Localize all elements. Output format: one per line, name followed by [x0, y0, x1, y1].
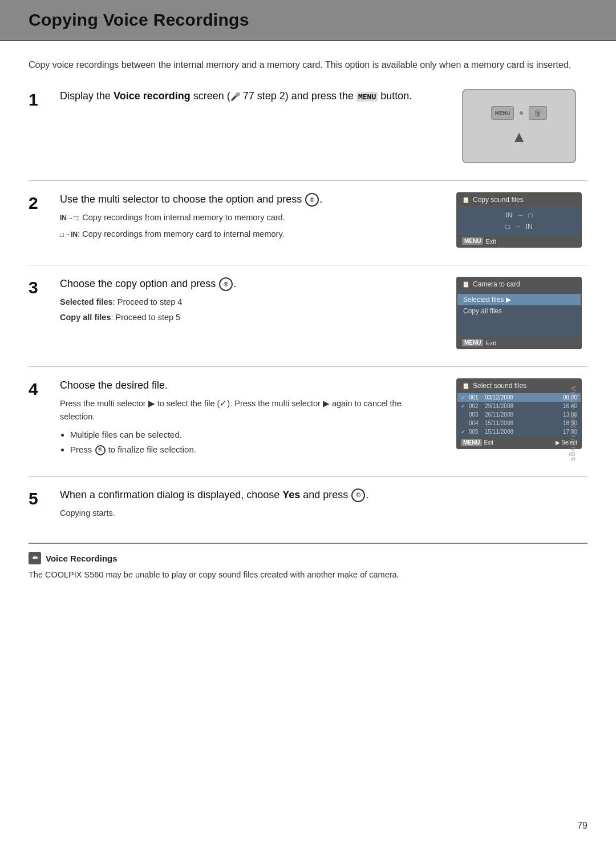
lcd-screen-4: 📋 Select sound files ✓ 001 03/12/2008 08… [456, 378, 582, 449]
page-title: Copying Voice Recordings [29, 10, 587, 30]
ok-symbol-2: ® [305, 193, 319, 207]
lcd-body-3: Selected files ▶ Copy all files [457, 290, 581, 337]
lcd-item-selected-files: Selected files ▶ [457, 294, 581, 305]
lcd-header-4: 📋 Select sound files [457, 379, 581, 392]
date-001: 03/12/2008 [485, 394, 563, 401]
step-1: 1 Display the Voice recording screen (🎤 … [29, 89, 587, 163]
step-2: 2 Use the multi selector to choose the o… [29, 192, 587, 248]
note-icon: ✏ [29, 552, 41, 564]
date-005: 15/11/2008 [485, 429, 563, 435]
lcd-row-sd-to-in: □ → IN [457, 221, 581, 232]
step-4-content: Choose the desired file. Press the multi… [60, 378, 433, 459]
arrow-up-indicator: ▲ [511, 128, 527, 146]
step-2-sub2: □→IN: Copy recordings from memory card t… [60, 228, 433, 241]
ok-symbol-4: ® [95, 445, 106, 455]
cam-dot1 [520, 111, 523, 115]
step-3-title: Choose the copy option and press ®. [60, 277, 433, 291]
select-arrow: ▶ [556, 439, 560, 446]
step-1-content: Display the Voice recording screen (🎤 77… [60, 89, 433, 163]
lcd-icon-2: 📋 [462, 196, 470, 204]
lcd-footer-left: MENU Exit [461, 439, 493, 446]
step-2-divider [29, 265, 587, 265]
check-005: ✓ [461, 429, 469, 435]
selected-files-label: Selected files [60, 297, 113, 306]
step-3-image: 📋 Camera to card Selected files ▶ Copy a… [451, 277, 587, 349]
num-005: 005 [469, 429, 485, 435]
lcd-file-001: ✓ 001 03/12/2008 08:00 [457, 393, 581, 402]
lcd-file-002: ✓ 002 29/11/2008 16:40 [457, 402, 581, 410]
note-title-text: Voice Recordings [46, 554, 117, 563]
step-1-title: Display the Voice recording screen (🎤 77… [60, 89, 433, 103]
lcd-body-2: IN → □ □ → IN [457, 206, 581, 236]
step-1-icon: 🎤 [230, 92, 240, 101]
check-002: ✓ [461, 403, 469, 409]
step-5-content: When a confirmation dialog is displayed,… [60, 488, 587, 520]
exit-label-4: Exit [484, 439, 493, 446]
check-001: ✓ [461, 394, 469, 401]
sd-to-in-icon: □→IN [60, 231, 78, 239]
num-001: 001 [469, 394, 485, 401]
step-2-sub1: IN→□: Copy recordings from internal memo… [60, 211, 433, 224]
menu-button-label: MENU [356, 92, 378, 102]
date-003: 26/11/2008 [485, 411, 563, 418]
lcd-screen-3: 📋 Camera to card Selected files ▶ Copy a… [456, 277, 582, 349]
step-3-sub: Selected files: Proceed to step 4 Copy a… [60, 296, 433, 324]
menu-label-3: MENU [462, 339, 483, 346]
arrow2: → [514, 223, 521, 231]
exit-label-2: Exit [485, 238, 496, 245]
menu-btn: MENU [491, 106, 514, 120]
lcd-title-4: Select sound files [473, 382, 526, 390]
lcd-footer-3: MENU Exit [457, 337, 581, 348]
step-5-number: 5 [29, 488, 60, 520]
num-003: 003 [469, 411, 485, 418]
page-header: Copying Voice Recordings [0, 0, 616, 41]
sd-label2: □ [505, 223, 509, 231]
lcd-screen-2: 📋 Copy sound files IN → □ □ → [456, 192, 582, 248]
ok-symbol-3: ® [219, 277, 233, 291]
lcd-icon-3: 📋 [462, 281, 470, 288]
camera-image: MENU 🗑 ▲ [462, 89, 576, 163]
step-4-title: Choose the desired file. [60, 378, 433, 393]
date-002: 29/11/2008 [485, 403, 563, 409]
lcd-body-4: ✓ 001 03/12/2008 08:00 ✓ 002 29/11/2008 … [457, 392, 581, 437]
in-label2: IN [526, 223, 533, 231]
step-4-bullets: Multiple files can be selected. Press ® … [60, 429, 433, 457]
lcd-footer-2: MENU Exit [457, 236, 581, 247]
bullet-multiple: Multiple files can be selected. [70, 429, 433, 442]
step-5-sub: Copying starts. [60, 507, 587, 520]
step-4: 4 Choose the desired file. Press the mul… [29, 378, 587, 459]
sd-label: □ [528, 211, 532, 219]
bullet-ok: Press ® to finalize file selection. [70, 443, 433, 457]
step-2-number: 2 [29, 192, 60, 248]
note-box: ✏ Voice Recordings The COOLPIX S560 may … [29, 543, 587, 582]
lcd-row-in-to-sd: IN → □ [457, 209, 581, 221]
step-5: 5 When a confirmation dialog is displaye… [29, 488, 587, 520]
note-title-row: ✏ Voice Recordings [29, 552, 587, 564]
page-number: 79 [577, 821, 587, 831]
step-1-divider [29, 180, 587, 181]
step-1-bold: Voice recording [114, 90, 191, 102]
copy-all-label: Copy all files [60, 313, 111, 322]
step-2-content: Use the multi selector to choose the opt… [60, 192, 433, 248]
lcd-header-2: 📋 Copy sound files [457, 193, 581, 206]
camera-top-buttons: MENU 🗑 [491, 106, 547, 120]
exit-label-3: Exit [485, 340, 496, 346]
step-2-sub: IN→□: Copy recordings from internal memo… [60, 211, 433, 241]
step-4-number: 4 [29, 378, 60, 459]
in-to-sd-row: IN → □ [505, 211, 532, 219]
step-3-content: Choose the copy option and press ®. Sele… [60, 277, 433, 349]
num-002: 002 [469, 403, 485, 409]
sd-to-in-row: □ → IN [505, 223, 532, 231]
lcd-file-004: 004 15/11/2008 18:30 [457, 419, 581, 427]
in-to-sd-icon: IN→□ [60, 214, 78, 222]
in-label: IN [505, 211, 512, 219]
step-4-image: 📋 Select sound files ✓ 001 03/12/2008 08… [451, 378, 587, 459]
date-004: 15/11/2008 [485, 420, 563, 426]
lcd-icon-4: 📋 [462, 382, 470, 390]
trash-btn: 🗑 [529, 106, 547, 120]
step-4-body: Press the multi selector ▶ to select the… [60, 397, 433, 423]
step-4-divider [29, 476, 587, 477]
step-3: 3 Choose the copy option and press ®. Se… [29, 277, 587, 349]
lcd-file-005: ✓ 005 15/11/2008 17:30 [457, 427, 581, 436]
lcd-item-copy-all: Copy all files [457, 305, 581, 317]
